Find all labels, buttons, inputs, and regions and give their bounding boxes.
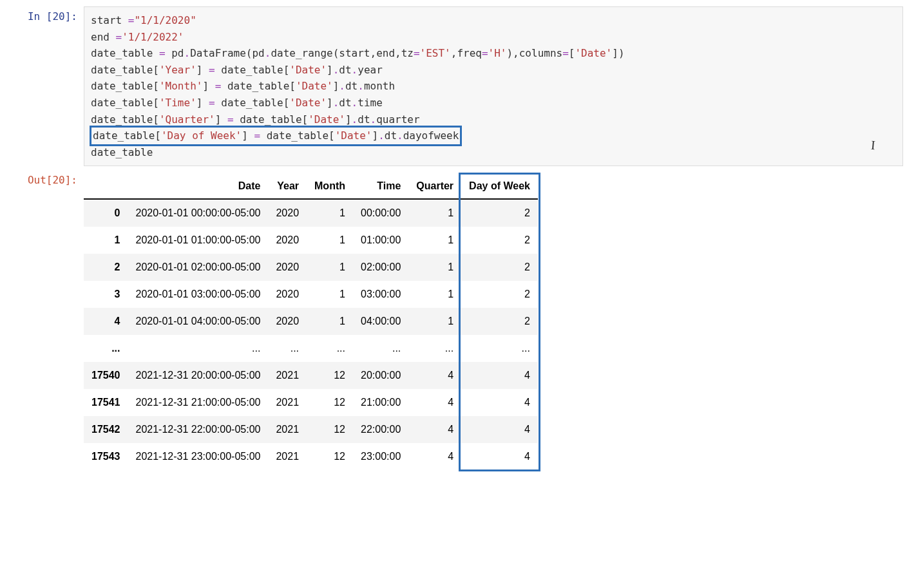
table-cell: 12 bbox=[307, 416, 353, 443]
code-text: date_table[ bbox=[221, 64, 289, 76]
code-op: = bbox=[215, 80, 227, 92]
code-op: = bbox=[482, 47, 488, 59]
code-text: date_table[ bbox=[267, 129, 335, 142]
table-cell: 1 bbox=[408, 199, 461, 227]
code-op: . bbox=[184, 47, 191, 59]
code-text: date_table[ bbox=[91, 80, 159, 92]
table-cell: 02:00:00 bbox=[353, 254, 408, 281]
code-text: dayofweek bbox=[403, 129, 459, 142]
table-cell: 2020-01-01 01:00:00-05:00 bbox=[128, 227, 269, 254]
table-cell: 2021 bbox=[268, 389, 307, 416]
table-cell: 04:00:00 bbox=[353, 308, 408, 335]
table-row: 32020-01-01 03:00:00-05:002020103:00:001… bbox=[84, 281, 538, 308]
row-index: 17540 bbox=[84, 362, 128, 389]
table-cell: 2021-12-31 22:00:00-05:00 bbox=[128, 416, 269, 443]
code-op: = bbox=[209, 97, 221, 109]
table-cell: 2021-12-31 23:00:00-05:00 bbox=[128, 443, 269, 470]
code-text: ,freq bbox=[451, 47, 482, 59]
table-row: 175422021-12-31 22:00:00-05:0020211222:0… bbox=[84, 416, 538, 443]
code-text: date_range(start,end,tz bbox=[271, 47, 414, 59]
code-text: ] bbox=[202, 80, 215, 92]
code-text: month bbox=[364, 80, 395, 92]
code-text: year bbox=[358, 64, 383, 76]
table-cell: 2020-01-01 04:00:00-05:00 bbox=[128, 308, 269, 335]
table-cell: ... bbox=[461, 335, 538, 362]
table-cell: 2021 bbox=[268, 443, 307, 470]
table-cell: 12 bbox=[307, 443, 353, 470]
code-op: . bbox=[378, 129, 385, 142]
code-op: = bbox=[209, 64, 221, 76]
table-cell: 2020 bbox=[268, 281, 307, 308]
table-cell: 4 bbox=[461, 362, 538, 389]
row-index: 0 bbox=[84, 199, 128, 227]
table-row: 12020-01-01 01:00:00-05:002020101:00:001… bbox=[84, 227, 538, 254]
code-text: ] bbox=[327, 97, 333, 109]
code-string: 'Quarter' bbox=[159, 113, 215, 126]
code-text: date_table[ bbox=[93, 129, 161, 142]
table-cell: 1 bbox=[307, 227, 353, 254]
code-text: time bbox=[358, 97, 383, 109]
table-cell: 2 bbox=[461, 254, 538, 281]
code-op: = bbox=[254, 129, 266, 142]
code-string: 'Date' bbox=[308, 113, 345, 126]
code-text: ] bbox=[242, 129, 254, 142]
code-text: date_table[ bbox=[227, 80, 296, 92]
code-text: date_table[ bbox=[91, 64, 159, 76]
table-cell: 1 bbox=[408, 254, 461, 281]
input-prompt: In [20]: bbox=[13, 6, 84, 166]
code-text: ] bbox=[333, 80, 339, 92]
table-cell: 23:00:00 bbox=[353, 443, 408, 470]
code-op: = bbox=[227, 113, 240, 126]
code-text: date_table[ bbox=[91, 113, 159, 126]
input-cell: In [20]: start ="1/1/2020" end ='1/1/202… bbox=[13, 6, 903, 166]
code-string: 'Date' bbox=[335, 129, 372, 142]
table-cell: 12 bbox=[307, 362, 353, 389]
code-text: pd bbox=[171, 47, 184, 59]
table-cell: 1 bbox=[408, 308, 461, 335]
table-cell: 2 bbox=[461, 308, 538, 335]
code-editor[interactable]: start ="1/1/2020" end ='1/1/2022' date_t… bbox=[84, 6, 903, 166]
table-cell: 1 bbox=[408, 227, 461, 254]
table-cell: 2021-12-31 20:00:00-05:00 bbox=[128, 362, 269, 389]
row-index: 2 bbox=[84, 254, 128, 281]
code-text: dt bbox=[339, 64, 351, 76]
code-text: ),columns bbox=[506, 47, 562, 59]
code-text: ] bbox=[215, 113, 227, 126]
table-row: 42020-01-01 04:00:00-05:002020104:00:001… bbox=[84, 308, 538, 335]
index-header bbox=[84, 174, 128, 199]
table-cell: 4 bbox=[461, 389, 538, 416]
code-string: 'Time' bbox=[159, 97, 196, 109]
output-area: Date Year Month Time Quarter Day of Week… bbox=[84, 170, 903, 474]
table-cell: 1 bbox=[408, 281, 461, 308]
code-string: 'Date' bbox=[289, 97, 327, 109]
code-string: 'Month' bbox=[159, 80, 202, 92]
code-text: dt bbox=[385, 129, 397, 142]
table-row: ..................... bbox=[84, 335, 538, 362]
code-op: . bbox=[370, 113, 377, 126]
code-text: dt bbox=[345, 80, 358, 92]
code-text: dt bbox=[339, 97, 351, 109]
code-string: 'Day of Week' bbox=[161, 129, 242, 142]
code-string: "1/1/2020" bbox=[134, 14, 196, 26]
table-cell: 2020-01-01 02:00:00-05:00 bbox=[128, 254, 269, 281]
column-header: Day of Week bbox=[461, 174, 538, 199]
code-text: start bbox=[91, 14, 128, 26]
table-cell: 12 bbox=[307, 389, 353, 416]
code-text: ] bbox=[345, 113, 352, 126]
table-cell: 4 bbox=[461, 443, 538, 470]
code-text: quarter bbox=[376, 113, 419, 126]
row-index: 17541 bbox=[84, 389, 128, 416]
code-op: = bbox=[116, 31, 122, 43]
code-highlight-box: date_table['Day of Week'] = date_table['… bbox=[90, 126, 462, 146]
code-text: date_table bbox=[91, 146, 153, 158]
code-op: . bbox=[352, 113, 358, 126]
table-cell: 4 bbox=[461, 416, 538, 443]
table-cell: ... bbox=[307, 335, 353, 362]
code-op: . bbox=[339, 80, 345, 92]
code-op: = bbox=[159, 47, 171, 59]
row-index: ... bbox=[84, 335, 128, 362]
code-text: date_table bbox=[91, 47, 159, 59]
table-cell: 2020 bbox=[268, 308, 307, 335]
column-header: Time bbox=[353, 174, 408, 199]
table-cell: 2020-01-01 00:00:00-05:00 bbox=[128, 199, 269, 227]
